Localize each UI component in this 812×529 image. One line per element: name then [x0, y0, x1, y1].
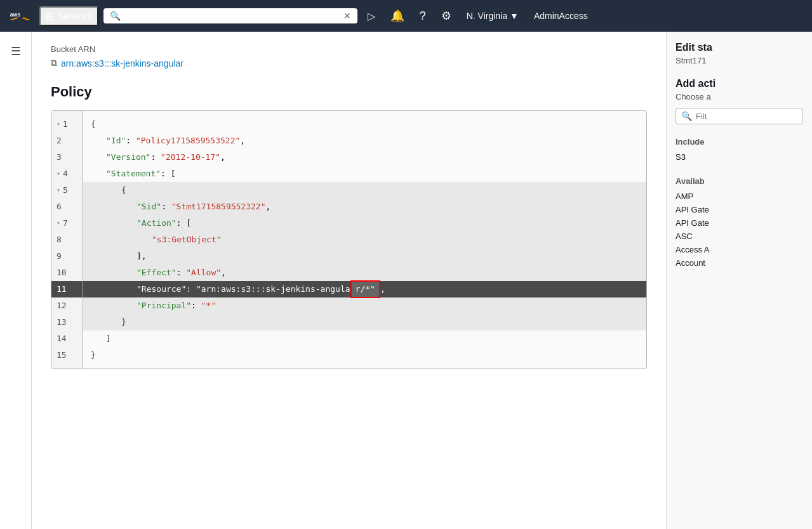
page-layout: ☰ Bucket ARN ⧉ arn:aws:s3:::sk-jenkins-a… [0, 32, 812, 529]
line-num-13: 13 [51, 314, 83, 330]
code-line-11: "Resource": "arn:aws:s3:::sk-jenkins-ang… [83, 281, 646, 297]
code-line-4: "Statement": [ [83, 166, 646, 182]
line-num-7: ▾7 [51, 215, 83, 232]
included-label: Include [676, 137, 803, 147]
policy-editor: ▾1 2 3 ▾4 ▾5 6 ▾7 8 9 10 11 12 13 14 15 … [51, 110, 647, 369]
search-clear-button[interactable]: ✕ [343, 11, 351, 21]
code-line-14: ] [83, 330, 646, 347]
code-line-3: "Version": "2012-10-17", [83, 149, 646, 166]
line-num-11: 11 [51, 281, 83, 297]
services-label: Services [58, 11, 92, 21]
available-label: Availab [676, 176, 803, 186]
annotation-box: r/*" [350, 280, 380, 299]
right-panel: Edit sta Stmt171 Add acti Choose a 🔍 Inc… [666, 32, 812, 529]
code-line-9: ], [83, 248, 646, 264]
help-button[interactable]: ? [415, 7, 431, 25]
arn-text: arn:aws:s3:::sk-jenkins-angular [61, 58, 183, 69]
bell-icon: 🔔 [390, 9, 404, 23]
edit-statement-subtitle: Stmt171 [676, 56, 803, 65]
line-num-3: 3 [51, 149, 83, 166]
edit-title-text: Edit sta [676, 42, 712, 53]
svg-text:aws: aws [10, 11, 20, 17]
choose-service-label: Choose a [676, 92, 803, 101]
line-num-4: ▾4 [51, 166, 83, 182]
edit-statement-section: Edit sta Stmt171 [676, 42, 803, 65]
line-num-1: ▾1 [51, 116, 83, 133]
question-icon: ? [420, 10, 426, 23]
region-selector[interactable]: N. Virginia ▼ [462, 8, 524, 23]
line-num-12: 12 [51, 297, 83, 314]
available-item-asc[interactable]: ASC [676, 230, 803, 243]
included-services-section: Include S3 [676, 137, 803, 164]
code-line-12: "Principal": "*" [83, 297, 646, 314]
code-line-15: } [83, 347, 646, 363]
line-num-10: 10 [51, 264, 83, 281]
line-num-5: ▾5 [51, 182, 83, 199]
code-line-1: { [83, 116, 646, 133]
code-line-5: { [83, 182, 646, 199]
main-content: Bucket ARN ⧉ arn:aws:s3:::sk-jenkins-ang… [32, 32, 666, 529]
top-nav: aws ⊞ Services 🔍 ec2 ✕ ▷ 🔔 ? ⚙ N. Virgin… [0, 0, 812, 32]
panel-search-icon: 🔍 [681, 111, 692, 121]
region-label: N. Virginia [467, 11, 507, 21]
code-line-13: } [83, 314, 646, 330]
available-item-account[interactable]: Account [676, 256, 803, 270]
code-line-8: "s3:GetObject" [83, 232, 646, 248]
line-num-15: 15 [51, 347, 83, 363]
bucket-arn-value: ⧉ arn:aws:s3:::sk-jenkins-angular [51, 58, 647, 69]
add-actions-label-text: Add acti [676, 78, 715, 89]
sidebar-toggle-button[interactable]: ☰ [6, 39, 26, 63]
choose-label-text: Choose a [676, 92, 711, 101]
available-item-access-a[interactable]: Access A [676, 243, 803, 256]
available-services-section: Availab AMP API Gate API Gate ASC Access… [676, 176, 803, 270]
add-actions-section: Add acti Choose a 🔍 [676, 78, 803, 124]
cloudshell-button[interactable]: ▷ [363, 8, 380, 25]
available-item-apigate1[interactable]: API Gate [676, 203, 803, 216]
gear-icon: ⚙ [441, 9, 451, 23]
code-line-6: "Sid": "Stmt1715859552322", [83, 199, 646, 215]
chevron-down-icon: ▼ [510, 11, 519, 21]
line-num-9: 9 [51, 248, 83, 264]
edit-subtitle-text: Stmt171 [676, 56, 706, 65]
settings-button[interactable]: ⚙ [436, 6, 456, 25]
bucket-arn-label: Bucket ARN [51, 44, 647, 54]
included-item-s3[interactable]: S3 [676, 150, 803, 164]
code-line-7: "Action": [ [83, 215, 646, 232]
grid-icon: ⊞ [46, 10, 54, 22]
available-item-apigate2[interactable]: API Gate [676, 216, 803, 230]
line-num-8: 8 [51, 232, 83, 248]
copy-icon[interactable]: ⧉ [51, 58, 57, 69]
panel-filter-search: 🔍 [676, 108, 803, 124]
sidebar: ☰ [0, 32, 32, 529]
notifications-button[interactable]: 🔔 [385, 6, 409, 25]
policy-section-title: Policy [51, 84, 647, 100]
search-icon: 🔍 [110, 11, 121, 21]
aws-logo[interactable]: aws [8, 8, 32, 24]
global-search-bar: 🔍 ec2 ✕ [103, 8, 357, 23]
search-input[interactable]: ec2 [124, 11, 340, 21]
available-item-amp[interactable]: AMP [676, 190, 803, 203]
code-content[interactable]: { "Id": "Policy1715859553522", "Version"… [83, 111, 646, 369]
line-num-14: 14 [51, 330, 83, 347]
account-menu[interactable]: AdminAccess [529, 8, 593, 23]
add-actions-title: Add acti [676, 78, 803, 89]
code-line-2: "Id": "Policy1715859553522", [83, 133, 646, 149]
line-num-6: 6 [51, 199, 83, 215]
line-num-2: 2 [51, 133, 83, 149]
edit-statement-title: Edit sta [676, 42, 803, 53]
services-menu-button[interactable]: ⊞ Services [39, 6, 98, 26]
code-line-10: "Effect": "Allow", [83, 264, 646, 281]
account-label: AdminAccess [534, 11, 588, 21]
line-numbers-panel: ▾1 2 3 ▾4 ▾5 6 ▾7 8 9 10 11 12 13 14 15 [51, 111, 83, 369]
panel-filter-input[interactable] [696, 112, 802, 121]
cloudshell-icon: ▷ [368, 10, 375, 22]
